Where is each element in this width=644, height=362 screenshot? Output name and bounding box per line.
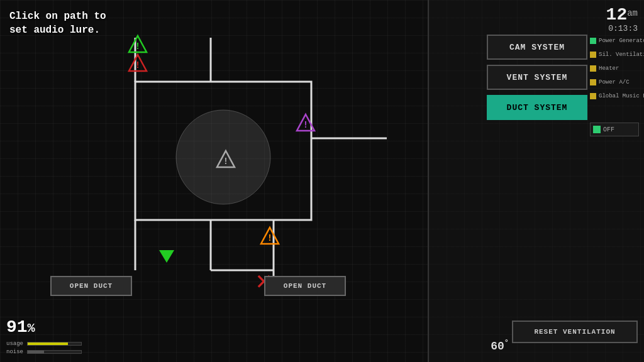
main-canvas: Click on path to set audio lure. ! ! <box>0 0 428 362</box>
svg-text:!: ! <box>267 233 272 243</box>
status-dot-sil-vent <box>590 52 596 58</box>
usage-bar-track <box>27 342 82 346</box>
svg-text:!: ! <box>135 41 140 52</box>
right-panel: 12am 0:13:3 CAM SYSTEM VENT SYSTEM DUCT … <box>428 0 644 362</box>
percent-display: 91% <box>6 317 35 337</box>
off-toggle[interactable]: OFF <box>590 123 639 136</box>
noise-bar-track <box>27 350 82 354</box>
reset-ventilation-button[interactable]: RESET VENTILATION <box>512 321 638 343</box>
status-power-gen: Power Generator <box>590 35 639 47</box>
status-dot-power-ac <box>590 79 596 85</box>
vent-system-button[interactable]: VENT SYSTEM <box>487 65 587 90</box>
time-display: 12am 0:13:3 <box>606 6 638 33</box>
warning-orange: ! <box>261 228 279 244</box>
off-dot <box>593 126 601 133</box>
status-heater: Heater <box>590 62 639 75</box>
warning-red: ! <box>129 55 147 71</box>
status-global-music: Global Music Box <box>590 90 639 102</box>
usage-bars: usage noise <box>6 341 82 357</box>
duct-system-button[interactable]: DUCT SYSTEM <box>487 95 587 120</box>
open-duct-right-button[interactable]: OPEN DUCT <box>264 276 346 296</box>
svg-text:!: ! <box>135 60 140 70</box>
usage-bar-fill <box>28 343 68 345</box>
status-power-ac: Power A/C <box>590 76 639 89</box>
noise-bar-fill <box>28 351 44 353</box>
cam-system-button[interactable]: CAM SYSTEM <box>487 35 587 60</box>
warning-green: ! <box>129 36 147 52</box>
svg-text:!: ! <box>223 156 228 167</box>
status-dot-global-music <box>590 93 596 99</box>
status-dot-power-gen <box>590 38 596 44</box>
status-panel: Power Generator Sil. Ventilation Heater … <box>590 35 639 102</box>
status-dot-heater <box>590 65 596 72</box>
down-arrow <box>159 250 174 263</box>
svg-text:!: ! <box>303 120 308 130</box>
temperature-display: 60° <box>491 339 509 353</box>
status-sil-vent: Sil. Ventilation <box>590 48 639 61</box>
open-duct-left-button[interactable]: OPEN DUCT <box>50 276 132 296</box>
system-buttons: CAM SYSTEM VENT SYSTEM DUCT SYSTEM <box>487 35 587 120</box>
duct-map-svg[interactable]: ! ! ! ! ! ✕ <box>13 31 421 302</box>
